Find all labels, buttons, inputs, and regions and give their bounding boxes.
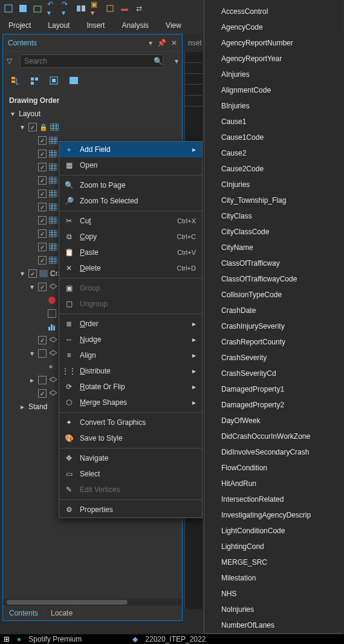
ctx-cut[interactable]: ✂CutCtrl+X [59,213,202,229]
field-LightConditionCode[interactable]: LightConditionCode [204,523,343,539]
close-icon[interactable]: ✕ [171,39,177,47]
tab-contents[interactable]: Contents [3,606,45,620]
ctx-select[interactable]: ▭Select [59,466,202,482]
field-CityClass[interactable]: CityClass [204,208,343,224]
list-by-selection-icon[interactable] [48,74,61,88]
ctx-rotate-or-flip[interactable]: ⟳Rotate Or Flip▸ [59,379,202,395]
search-icon[interactable]: 🔍 [154,57,163,65]
checkbox[interactable]: ✓ [38,243,47,251]
ctx-merge-shapes[interactable]: ⬡Merge Shapes▸ [59,395,202,410]
field-MERGE_SRC[interactable]: MERGE_SRC [204,554,343,570]
link-icon[interactable]: ⇄ [134,4,144,13]
ctx-nudge[interactable]: ↔Nudge▸ [59,332,202,347]
compare-icon[interactable] [76,4,86,13]
field-HitAndRun[interactable]: HitAndRun [204,476,343,491]
tree-row[interactable]: ▾Layout [5,107,182,120]
field-LightingCond[interactable]: LightingCond [204,539,343,554]
new-project-icon[interactable] [4,4,13,13]
field-NoInjuries[interactable]: NoInjuries [204,602,343,617]
save-icon[interactable] [18,4,28,13]
checkbox[interactable]: ✓ [38,136,47,145]
field-BInjuries[interactable]: BInjuries [204,98,343,114]
field-CInjuries[interactable]: CInjuries [204,177,343,192]
list-by-drawing-order-icon[interactable] [9,74,22,88]
layout-icon[interactable] [105,4,115,13]
field-CrashSeverityCd[interactable]: CrashSeverityCd [204,366,343,381]
field-CrashSeverity[interactable]: CrashSeverity [204,350,343,366]
ctx-add-field[interactable]: ＋Add Field▸ [59,142,202,157]
expander-icon[interactable]: ▸ [19,402,26,411]
field-AgencyReportNumber[interactable]: AgencyReportNumber [204,35,343,51]
tree-row[interactable]: ▾✓🔒 [5,120,182,134]
doc-tab[interactable]: nset [184,36,206,50]
checkbox[interactable]: ✓ [38,336,47,344]
ctx-copy[interactable]: ⧉CopyCtrl+C [59,229,202,245]
ctx-zoom-to-selected[interactable]: 🔎Zoom To Selected [59,193,202,209]
menu-dropdown-icon[interactable]: ▾ [149,39,152,47]
field-Cause2Code[interactable]: Cause2Code [204,161,343,177]
field-DidInvolveSecondaryCrash[interactable]: DidInvolveSecondaryCrash [204,444,343,460]
list-by-snapping-icon[interactable] [67,74,80,88]
field-ClassOfTrafficway[interactable]: ClassOfTrafficway [204,255,343,271]
expander-icon[interactable]: ▾ [9,110,16,118]
field-DamagedProperty1[interactable]: DamagedProperty1 [204,381,343,397]
field-Cause1Code[interactable]: Cause1Code [204,130,343,145]
bookmark-icon[interactable]: ▣ ▾ [91,4,100,13]
ctx-align[interactable]: ≡Align▸ [59,347,202,363]
checkbox[interactable]: ✓ [28,123,37,131]
export-icon[interactable] [33,4,42,13]
spotify-icon[interactable]: ● [17,635,21,643]
field-CrashReportCounty[interactable]: CrashReportCounty [204,334,343,350]
expander-icon[interactable]: ▾ [28,283,36,291]
field-IntersectionRelated[interactable]: IntersectionRelated [204,491,343,507]
field-AccessControl[interactable]: AccessControl [204,4,343,19]
field-InvestigatingAgencyDescrip[interactable]: InvestigatingAgencyDescrip [204,507,343,523]
checkbox[interactable]: ✓ [38,176,47,185]
ctx-open[interactable]: ▦Open [59,157,202,173]
checkbox[interactable]: ✓ [38,389,47,398]
checkbox[interactable] [48,309,56,318]
toolbox-icon[interactable]: ▬ [120,4,129,13]
checkbox[interactable]: ✓ [38,216,47,225]
checkbox[interactable]: ✓ [28,269,37,278]
menu-analysis[interactable]: Analysis [122,21,149,30]
tab-locate[interactable]: Locate [45,606,79,620]
menu-project[interactable]: Project [8,21,31,30]
expander-icon[interactable]: ▾ [19,269,26,278]
field-NHS[interactable]: NHS [204,586,343,602]
checkbox[interactable] [38,349,47,358]
redo-icon[interactable]: ↷ ▾ [62,4,71,13]
expander-icon[interactable]: ▸ [28,376,36,384]
field-CrashDate[interactable]: CrashDate [204,303,343,318]
taskbar-spotify[interactable]: Spotify Premium [28,635,82,643]
field-CityName[interactable]: CityName [204,240,343,255]
horizontal-scrollbar[interactable] [3,599,182,606]
field-FlowCondition[interactable]: FlowCondition [204,460,343,476]
start-icon[interactable]: ⊞ [4,635,10,643]
field-City_Township_Flag[interactable]: City_Township_Flag [204,192,343,208]
checkbox[interactable]: ✓ [38,203,47,211]
checkbox[interactable]: ✓ [38,150,47,158]
ctx-save-to-style[interactable]: 🎨Save to Style [59,430,202,446]
filter-icon[interactable]: ▽ [7,57,16,65]
ctx-paste[interactable]: 📋PasteCtrl+V [59,245,202,260]
field-Cause1[interactable]: Cause1 [204,114,343,130]
undo-icon[interactable]: ↶ ▾ [47,4,57,13]
checkbox[interactable]: ✓ [38,256,47,264]
search-dropdown-icon[interactable]: ▾ [175,57,178,65]
field-DamagedProperty2[interactable]: DamagedProperty2 [204,397,343,413]
checkbox[interactable]: ✓ [38,189,47,198]
menu-layout[interactable]: Layout [48,21,70,30]
pin-icon[interactable]: 📌 [157,39,166,47]
search-input[interactable] [20,54,163,68]
field-DidCrashOccurInWorkZone[interactable]: DidCrashOccurInWorkZone [204,429,343,444]
ctx-order[interactable]: ≣Order▸ [59,316,202,332]
field-AgencyReportYear[interactable]: AgencyReportYear [204,51,343,67]
checkbox[interactable]: ✓ [38,283,47,291]
field-ClassOfTrafficwayCode[interactable]: ClassOfTrafficwayCode [204,271,343,287]
checkbox[interactable] [38,376,47,384]
ctx-properties[interactable]: ⚙Properties [59,502,202,518]
checkbox[interactable]: ✓ [38,229,47,238]
field-Milestation[interactable]: Milestation [204,570,343,586]
field-NumberOfLanes[interactable]: NumberOfLanes [204,617,343,633]
